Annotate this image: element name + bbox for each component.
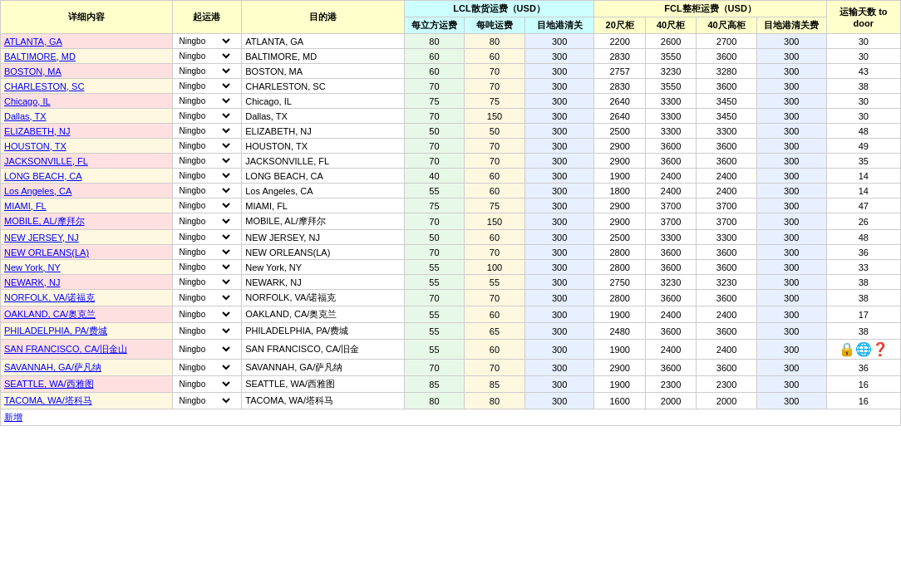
origin-cell[interactable]: Ningbo	[172, 64, 242, 79]
origin-select[interactable]: Ningbo	[176, 262, 233, 272]
origin-select[interactable]: Ningbo	[176, 155, 233, 166]
origin-select[interactable]: Ningbo	[176, 125, 233, 136]
origin-select[interactable]: Ningbo	[176, 110, 233, 121]
origin-select[interactable]: Ningbo	[176, 170, 233, 181]
origin-select[interactable]: Ningbo	[176, 395, 233, 406]
fcl-40-cell: 3300	[645, 124, 696, 139]
origin-select[interactable]: Ningbo	[176, 362, 233, 373]
detail-cell[interactable]: PHILADELPHIA, PA/费城	[1, 323, 173, 340]
origin-select[interactable]: Ningbo	[176, 344, 233, 355]
origin-select[interactable]: Ningbo	[176, 36, 233, 47]
origin-select[interactable]: Ningbo	[176, 96, 233, 106]
fcl-40-cell: 3300	[645, 94, 696, 109]
fcl-40hq-cell: 3600	[697, 79, 757, 94]
origin-cell[interactable]: Ningbo	[172, 109, 242, 124]
origin-cell[interactable]: Ningbo	[172, 260, 242, 275]
origin-cell[interactable]: Ningbo	[172, 213, 242, 230]
dest-cell: TACOMA, WA/塔科马	[242, 393, 404, 409]
detail-cell[interactable]: Los Angeles, CA	[1, 184, 173, 198]
detail-cell[interactable]: NEW ORLEANS(LA)	[1, 245, 173, 260]
origin-select[interactable]: Ningbo	[176, 247, 233, 257]
origin-select[interactable]: Ningbo	[176, 379, 233, 390]
origin-cell[interactable]: Ningbo	[172, 306, 242, 323]
origin-cell[interactable]: Ningbo	[172, 154, 242, 169]
lcl-cbm-cell: 85	[404, 376, 465, 393]
add-row-cell[interactable]: 新增	[1, 409, 901, 426]
origin-select[interactable]: Ningbo	[176, 277, 233, 287]
detail-cell[interactable]: MIAMI, FL	[1, 198, 173, 213]
origin-cell[interactable]: Ningbo	[172, 49, 242, 64]
fcl-40-cell: 3230	[645, 64, 696, 79]
detail-cell[interactable]: JACKSONVILLE, FL	[1, 154, 173, 169]
origin-cell[interactable]: Ningbo	[172, 139, 242, 154]
detail-cell[interactable]: ELIZABETH, NJ	[1, 124, 173, 139]
origin-cell[interactable]: Ningbo	[172, 230, 242, 245]
origin-select[interactable]: Ningbo	[176, 200, 233, 211]
dest-cell: LONG BEACH, CA	[242, 169, 404, 184]
detail-cell[interactable]: HOUSTON, TX	[1, 139, 173, 154]
origin-cell[interactable]: Ningbo	[172, 124, 242, 139]
origin-select[interactable]: Ningbo	[176, 185, 233, 196]
dest-cell: PHILADELPHIA, PA/费城	[242, 323, 404, 340]
origin-select[interactable]: Ningbo	[176, 51, 233, 61]
origin-cell[interactable]: Ningbo	[172, 340, 242, 360]
lcl-cus-cell: 300	[524, 393, 594, 409]
origin-cell[interactable]: Ningbo	[172, 198, 242, 213]
detail-cell[interactable]: CHARLESTON, SC	[1, 79, 173, 94]
origin-select[interactable]: Ningbo	[176, 216, 233, 227]
origin-cell[interactable]: Ningbo	[172, 79, 242, 94]
lcl-cus-cell: 300	[524, 230, 594, 245]
detail-cell[interactable]: TACOMA, WA/塔科马	[1, 393, 173, 409]
fcl-40hq-cell: 3600	[697, 290, 757, 306]
origin-cell[interactable]: Ningbo	[172, 94, 242, 109]
fcl-40hq-cell: 3280	[697, 64, 757, 79]
days-cell: 26	[826, 213, 900, 230]
origin-select[interactable]: Ningbo	[176, 309, 233, 320]
origin-select[interactable]: Ningbo	[176, 66, 233, 76]
detail-cell[interactable]: New York, NY	[1, 260, 173, 275]
lcl-cus-cell: 300	[524, 94, 594, 109]
origin-cell[interactable]: Ningbo	[172, 360, 242, 376]
detail-cell[interactable]: MOBILE, AL/摩拜尔	[1, 213, 173, 230]
fcl-40-cell: 3300	[645, 230, 696, 245]
origin-select[interactable]: Ningbo	[176, 81, 233, 91]
detail-cell[interactable]: OAKLAND, CA/奥克兰	[1, 306, 173, 323]
fcl-40hq-cell: 3300	[697, 230, 757, 245]
origin-cell[interactable]: Ningbo	[172, 169, 242, 184]
days-cell[interactable]: 🔒🌐❓	[826, 340, 900, 360]
lcl-cbm-cell: 50	[404, 124, 465, 139]
origin-cell[interactable]: Ningbo	[172, 290, 242, 306]
detail-cell[interactable]: BALTIMORE, MD	[1, 49, 173, 64]
origin-cell[interactable]: Ningbo	[172, 34, 242, 49]
origin-select[interactable]: Ningbo	[176, 326, 233, 336]
header-dest: 目的港	[242, 1, 404, 34]
origin-select[interactable]: Ningbo	[176, 140, 233, 151]
detail-cell[interactable]: Chicago, IL	[1, 94, 173, 109]
origin-select[interactable]: Ningbo	[176, 292, 233, 303]
fcl-20-cell: 2200	[594, 34, 645, 49]
header-row-top: 详细内容 起运港 目的港 LCL散货运费（USD） FCL整柜运费（USD） 运…	[1, 1, 901, 17]
detail-cell[interactable]: ATLANTA, GA	[1, 34, 173, 49]
origin-cell[interactable]: Ningbo	[172, 323, 242, 340]
detail-cell[interactable]: BOSTON, MA	[1, 64, 173, 79]
fcl-cus-cell: 300	[756, 290, 826, 306]
origin-cell[interactable]: Ningbo	[172, 376, 242, 393]
header-lcl-cus: 目地港清关	[524, 17, 594, 34]
detail-cell[interactable]: SAN FRANCISCO, CA/旧金山	[1, 340, 173, 360]
detail-cell[interactable]: NEWARK, NJ	[1, 275, 173, 290]
origin-cell[interactable]: Ningbo	[172, 184, 242, 198]
origin-cell[interactable]: Ningbo	[172, 245, 242, 260]
days-cell: 33	[826, 260, 900, 275]
origin-cell[interactable]: Ningbo	[172, 393, 242, 409]
lcl-cus-cell: 300	[524, 139, 594, 154]
detail-cell[interactable]: Dallas, TX	[1, 109, 173, 124]
detail-cell[interactable]: NORFOLK, VA/诺福克	[1, 290, 173, 306]
detail-cell[interactable]: SEATTLE, WA/西雅图	[1, 376, 173, 393]
detail-cell[interactable]: NEW JERSEY, NJ	[1, 230, 173, 245]
origin-cell[interactable]: Ningbo	[172, 275, 242, 290]
detail-cell[interactable]: LONG BEACH, CA	[1, 169, 173, 184]
fcl-20-cell: 2800	[594, 290, 645, 306]
lcl-ton-cell: 150	[465, 109, 525, 124]
origin-select[interactable]: Ningbo	[176, 232, 233, 243]
detail-cell[interactable]: SAVANNAH, GA/萨凡纳	[1, 360, 173, 376]
